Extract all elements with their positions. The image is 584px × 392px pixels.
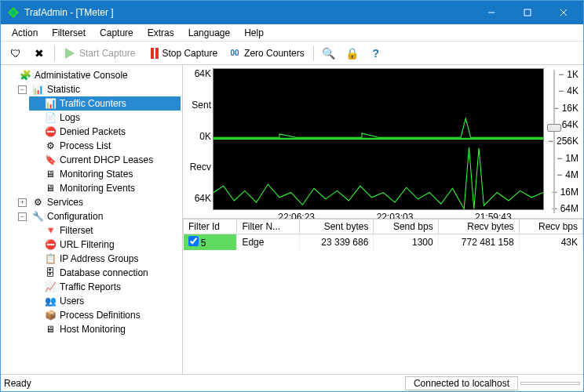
y-sent-label: Sent <box>192 100 211 111</box>
menu-language[interactable]: Language <box>182 26 236 40</box>
col-recv-bytes[interactable]: Recv bytes <box>438 220 519 234</box>
tree-item[interactable]: 🗄Database connection <box>29 266 181 280</box>
slider-tick: 1M <box>565 153 579 164</box>
col-filter-name[interactable]: Filter N... <box>237 220 300 234</box>
zero-counters-button[interactable]: Zero Counters <box>224 45 308 62</box>
chart-icon: 📊 <box>31 83 44 96</box>
app-icon <box>7 6 20 19</box>
scale-slider[interactable]: 1K 4K 16K 64K 256K 1M 4M 16M 64M <box>547 65 583 218</box>
collapse-icon[interactable]: − <box>18 85 27 94</box>
close-button[interactable] <box>546 1 582 24</box>
row-checkbox[interactable] <box>188 236 199 246</box>
nav-tree[interactable]: 🧩 Administative Console − 📊 Statistic 📊T… <box>1 65 183 374</box>
col-sent-bytes[interactable]: Sent bytes <box>300 220 374 234</box>
slider-tick: 64K <box>562 119 579 130</box>
tree-item-icon: 📄 <box>44 111 57 124</box>
tree-item-icon: 📈 <box>44 281 57 293</box>
menu-extras[interactable]: Extras <box>141 26 181 40</box>
tree-item-label: Host Monitoring <box>60 324 126 335</box>
y-mid: 0K <box>199 131 211 142</box>
tree-item[interactable]: 👥Users <box>29 294 181 308</box>
tree-item-icon: 📋 <box>44 252 57 265</box>
minimize-button[interactable] <box>473 1 509 24</box>
traffic-chart[interactable] <box>213 68 544 210</box>
toolbar-icon-1[interactable]: 🛡 <box>5 45 26 62</box>
tree-item-icon: 📦 <box>44 309 57 321</box>
tree-item-icon: ⛔ <box>44 238 57 251</box>
cell-send-bps: 1300 <box>374 234 438 251</box>
tree-statistic[interactable]: − 📊 Statistic <box>16 82 181 96</box>
gear-icon: ⚙ <box>31 196 44 209</box>
tree-item-label: Current DHCP Leases <box>60 154 153 165</box>
col-send-bps[interactable]: Send bps <box>374 220 438 234</box>
counters-table-wrap[interactable]: Filter Id Filter N... Sent bytes Send bp… <box>183 219 583 374</box>
tree-configuration[interactable]: − 🔧 Configuration <box>16 209 181 223</box>
tree-services[interactable]: + ⚙ Services <box>16 195 181 209</box>
tree-item[interactable]: 📊Traffic Counters <box>29 96 181 111</box>
zero-counters-label: Zero Counters <box>244 48 305 59</box>
slider-thumb[interactable] <box>547 124 561 132</box>
chart-midline <box>214 139 543 140</box>
right-pane: 64K Sent 0K Recv 64K <box>183 65 583 374</box>
toolbar-help-button[interactable]: ? <box>366 45 386 62</box>
slider-tick: 64M <box>560 203 579 214</box>
tree-item-label: Database connection <box>60 267 148 278</box>
tree-root[interactable]: 🧩 Administative Console <box>4 68 181 82</box>
chart-area: 64K Sent 0K Recv 64K <box>183 65 583 219</box>
stop-capture-button[interactable]: Stop Capture <box>142 45 221 62</box>
toolbar-search-button[interactable]: 🔍 <box>319 45 339 62</box>
maximize-button[interactable] <box>509 1 546 24</box>
tree-item-label: URL Filtering <box>60 239 115 250</box>
tree-item-icon: 🖥 <box>44 323 57 336</box>
toolbar-divider <box>313 45 314 61</box>
start-capture-button[interactable]: Start Capture <box>60 45 139 62</box>
tree-item-label: IP Address Groups <box>60 253 139 264</box>
toolbar-lock-button[interactable]: 🔒 <box>342 45 363 62</box>
svg-rect-3 <box>524 9 531 16</box>
tree-item[interactable]: 📄Logs <box>29 111 181 125</box>
menu-capture[interactable]: Capture <box>93 26 140 40</box>
menu-filterset[interactable]: Filterset <box>46 26 92 40</box>
status-connection: Connected to localhost <box>405 376 518 390</box>
tree-item[interactable]: 🔖Current DHCP Leases <box>29 153 181 167</box>
window-buttons <box>473 1 582 24</box>
menu-help[interactable]: Help <box>238 26 270 40</box>
help-icon: ? <box>370 47 382 60</box>
status-empty <box>520 382 580 385</box>
statusbar: Ready Connected to localhost <box>1 374 583 391</box>
expand-icon[interactable]: + <box>18 198 27 207</box>
titlebar[interactable]: TrafAdmin - [TMeter ] <box>1 1 583 24</box>
tree-item[interactable]: 🖥Monitoring States <box>29 167 181 181</box>
collapse-icon[interactable]: − <box>18 212 27 221</box>
menu-action[interactable]: Action <box>5 26 44 40</box>
cell-sent-bytes: 23 339 686 <box>300 234 374 251</box>
tree-item[interactable]: 🖥Host Monitoring <box>29 322 181 336</box>
tree-item[interactable]: ⚙Process List <box>29 139 181 153</box>
y-recv-label: Recv <box>190 162 211 172</box>
tree-item[interactable]: 📈Traffic Reports <box>29 280 181 294</box>
tree-item[interactable]: 📦Process Definitions <box>29 308 181 322</box>
tree-item-label: Users <box>60 296 84 307</box>
toolbar-icon-2[interactable]: ✖ <box>29 45 49 62</box>
tree-item[interactable]: 🔻Filterset <box>29 223 181 238</box>
tree-item[interactable]: 🖥Monitoring Events <box>29 181 181 195</box>
table-row[interactable]: 5Edge23 339 6861300772 481 15843K <box>184 234 583 251</box>
tree-statistic-label: Statistic <box>47 84 80 95</box>
cell-recv-bps: 43K <box>519 234 582 251</box>
counters-table: Filter Id Filter N... Sent bytes Send bp… <box>183 219 583 250</box>
wrench-icon: 🔧 <box>31 210 44 223</box>
tree-item-label: Monitoring Events <box>60 183 135 194</box>
shield-icon: 🛡 <box>9 47 22 60</box>
tree-item[interactable]: ⛔URL Filtering <box>29 238 181 252</box>
tree-item-label: Process Definitions <box>60 310 141 321</box>
cell-filter-name: Edge <box>237 234 300 251</box>
play-icon <box>64 47 76 60</box>
tree-item-label: Traffic Counters <box>60 98 126 109</box>
tree-item[interactable]: ⛔Denied Packets <box>29 125 181 139</box>
tree-item[interactable]: 📋IP Address Groups <box>29 252 181 266</box>
zero-icon <box>228 47 241 60</box>
col-filter-id[interactable]: Filter Id <box>184 220 237 234</box>
col-recv-bps[interactable]: Recv bps <box>519 220 582 234</box>
main-body: 🧩 Administative Console − 📊 Statistic 📊T… <box>1 65 583 374</box>
tree-item-icon: 👥 <box>44 295 57 307</box>
